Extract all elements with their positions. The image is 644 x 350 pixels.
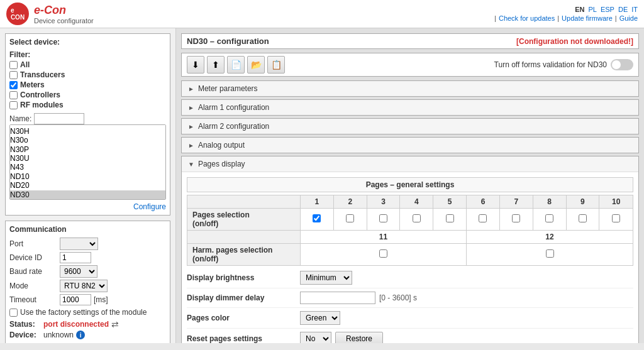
timeout-input[interactable] — [60, 294, 91, 305]
harm-col-11: 11 — [301, 231, 467, 244]
col-3: 3 — [367, 195, 400, 209]
page-4-checkbox[interactable] — [413, 214, 421, 222]
header-right: EN PL ESP DE IT | Check for updates | Up… — [494, 6, 638, 22]
check-updates-link[interactable]: Check for updates — [499, 14, 555, 22]
filter-transducers-checkbox[interactable] — [9, 71, 18, 79]
filter-controllers-checkbox[interactable] — [9, 91, 18, 99]
guide-link[interactable]: Guide — [619, 14, 638, 22]
reset-pages-select[interactable]: NoYes — [300, 332, 331, 343]
comm-baudrate-value: 120024004800 960019200 — [60, 265, 97, 278]
reset-pages-ctrl: NoYes Restore — [300, 332, 383, 343]
export-btn[interactable]: 📋 — [267, 56, 285, 74]
name-label: Name: — [9, 114, 31, 123]
filter-rf-checkbox[interactable] — [9, 101, 18, 109]
page-4-cell — [400, 209, 433, 231]
pages-display-arrow: ▼ — [188, 161, 194, 168]
header-left: eCON e-Con Device configurator — [6, 3, 94, 25]
device-id-input[interactable] — [60, 252, 91, 263]
config-title: ND30 – configuration — [187, 36, 269, 46]
communication-box: Communication Port COM1COM2 Device ID Ba… — [5, 221, 170, 343]
open-file-btn[interactable]: 📂 — [247, 56, 265, 74]
harm-12-cell — [467, 244, 633, 266]
lang-en[interactable]: EN — [575, 6, 584, 13]
filter-rf-label: RF modules — [20, 101, 64, 109]
comm-baudrate-row: Baud rate 120024004800 960019200 — [9, 265, 166, 278]
harm-selection-label: Harm. pages selection(on/off) — [187, 244, 301, 266]
pages-color-row: Pages color GreenRedBlueWhite — [187, 311, 633, 329]
factory-settings-label: Use the factory settings of the module — [20, 308, 147, 317]
info-icon[interactable]: i — [76, 331, 85, 339]
device-option: N30P — [10, 145, 165, 154]
status-label: Status: — [9, 320, 41, 329]
baudrate-select[interactable]: 120024004800 960019200 — [60, 265, 97, 278]
comm-baudrate-label: Baud rate — [9, 267, 60, 276]
pages-color-select[interactable]: GreenRedBlueWhite — [300, 311, 340, 325]
device-row: Device: unknown i — [9, 331, 166, 339]
page-5-checkbox[interactable] — [446, 214, 454, 222]
page-6-checkbox[interactable] — [479, 214, 487, 222]
restore-button[interactable]: Restore — [335, 332, 383, 343]
filter-all: All — [9, 60, 166, 69]
device-list[interactable]: N24_N25 N27P N30H N30o N30P N30U N43 ND1… — [9, 124, 166, 200]
filter-section: Filter: All Transducers Meters Controlle… — [9, 50, 166, 109]
page-3-cell — [367, 209, 400, 231]
filter-rf-modules: RF modules — [9, 101, 166, 109]
page-7-checkbox[interactable] — [512, 214, 520, 222]
lang-de[interactable]: DE — [618, 6, 628, 13]
analog-output-arrow: ► — [188, 142, 194, 149]
validation-toggle[interactable] — [611, 59, 633, 70]
update-firmware-link[interactable]: Update firmware — [562, 14, 613, 22]
analog-output-header[interactable]: ► Analog output — [182, 138, 638, 153]
pages-form: Display brightness MinimumLowMedium High… — [187, 271, 633, 343]
display-dimmer-input[interactable] — [300, 292, 375, 304]
col-1: 1 — [301, 195, 334, 209]
pages-display-header[interactable]: ▼ Pages display — [182, 156, 638, 172]
alarm1-header[interactable]: ► Alarm 1 configuration — [182, 100, 638, 115]
page-9-checkbox[interactable] — [579, 214, 587, 222]
col-4: 4 — [400, 195, 433, 209]
comm-deviceid-value — [60, 252, 91, 263]
alarm2-label: Alarm 2 configuration — [198, 122, 269, 131]
alarm2-header[interactable]: ► Alarm 2 configuration — [182, 119, 638, 134]
device-option: N30U — [10, 154, 165, 163]
page-2-checkbox[interactable] — [346, 214, 354, 222]
configure-link[interactable]: Configure — [133, 202, 166, 211]
toolbar-right: Turn off forms validation for ND30 — [494, 59, 633, 70]
page-10-checkbox[interactable] — [612, 214, 620, 222]
config-warning: [Configuration not downloaded!] — [516, 37, 633, 46]
lang-pl[interactable]: PL — [588, 6, 596, 13]
filter-meters-checkbox[interactable] — [9, 81, 18, 89]
harm-header-label — [187, 231, 301, 244]
upload-btn[interactable]: ⬆ — [207, 56, 225, 74]
harm-12-checkbox[interactable] — [546, 249, 554, 258]
page-8-checkbox[interactable] — [545, 214, 553, 222]
name-input[interactable] — [34, 113, 84, 124]
col-header-empty — [187, 195, 301, 209]
toolbar: ⬇ ⬆ 📄 📂 📋 Turn off forms validation for … — [181, 53, 639, 77]
alarm2-section: ► Alarm 2 configuration — [181, 118, 639, 134]
factory-settings-checkbox[interactable] — [9, 309, 18, 317]
comm-deviceid-row: Device ID — [9, 252, 166, 263]
filter-all-checkbox[interactable] — [9, 61, 18, 69]
status-value: port disconnected — [43, 320, 109, 329]
alarm1-arrow: ► — [188, 104, 194, 111]
page-5-cell — [433, 209, 467, 231]
filter-transducers-label: Transducers — [20, 70, 65, 79]
lang-it[interactable]: IT — [631, 6, 638, 13]
port-select[interactable]: COM1COM2 — [60, 238, 98, 250]
display-dimmer-label: Display dimmer delay — [187, 293, 300, 302]
download-btn[interactable]: ⬇ — [187, 56, 204, 74]
comm-mode-row: Mode RTU 8N1RTU 8N2ASCII — [9, 280, 166, 292]
save-file-btn[interactable]: 📄 — [227, 56, 245, 74]
harm-11-checkbox[interactable] — [379, 249, 387, 258]
factory-settings-row: Use the factory settings of the module — [9, 308, 166, 317]
configure-link-wrap: Configure — [9, 202, 166, 211]
display-brightness-select[interactable]: MinimumLowMedium HighMaximum — [300, 271, 352, 285]
mode-select[interactable]: RTU 8N1RTU 8N2ASCII — [60, 280, 108, 292]
page-3-checkbox[interactable] — [379, 214, 387, 222]
dimmer-suffix: [0 - 3600] s — [379, 293, 417, 302]
pages-color-ctrl: GreenRedBlueWhite — [300, 311, 340, 325]
page-1-checkbox[interactable] — [313, 214, 321, 222]
lang-esp[interactable]: ESP — [601, 6, 614, 13]
meter-params-header[interactable]: ► Meter parameters — [182, 81, 638, 96]
